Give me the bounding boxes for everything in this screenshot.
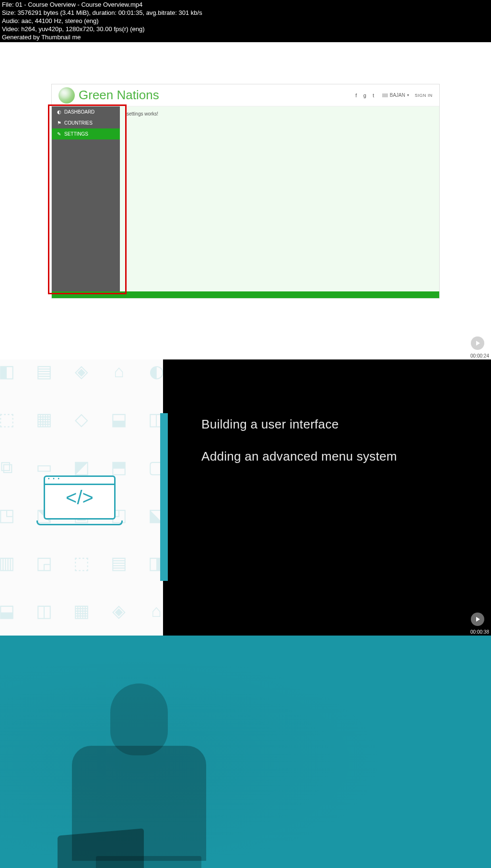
facebook-icon[interactable]: f bbox=[353, 93, 359, 98]
meta-size: Size: 3576291 bytes (3.41 MiB), duration… bbox=[2, 9, 489, 17]
user-name: BAJAN bbox=[390, 93, 405, 98]
footer-bar bbox=[52, 291, 439, 298]
meta-audio: Audio: aac, 44100 Hz, stereo (eng) bbox=[2, 17, 489, 25]
meta-generated: Generated by Thumbnail me bbox=[2, 34, 489, 42]
app-window: Green Nations f g t BAJAN ▾ SIGN IN bbox=[51, 84, 440, 299]
timestamp-1: 00:00:24 bbox=[470, 353, 489, 359]
flag-icon bbox=[382, 93, 388, 97]
notebook-silhouette bbox=[96, 856, 201, 868]
signin-link[interactable]: SIGN IN bbox=[415, 93, 433, 98]
sidebar: ◐ DASHBOARD ⚑ COUNTRIES ✎ SETTINGS bbox=[52, 106, 120, 298]
timestamp-2: 00:00:38 bbox=[470, 629, 489, 635]
laptop-code-icon: </> bbox=[36, 475, 123, 533]
chevron-down-icon: ▾ bbox=[407, 93, 409, 97]
sidebar-item-settings[interactable]: ✎ SETTINGS bbox=[52, 128, 120, 139]
play-icon[interactable] bbox=[471, 336, 484, 350]
sidebar-item-label: DASHBOARD bbox=[64, 109, 94, 115]
header-right: f g t BAJAN ▾ SIGN IN bbox=[353, 93, 433, 98]
app-header: Green Nations f g t BAJAN ▾ SIGN IN bbox=[52, 84, 439, 106]
content-area: settings works! bbox=[120, 106, 439, 298]
video-metadata-header: File: 01 - Course Overview - Course Over… bbox=[0, 0, 491, 42]
app-title: Green Nations bbox=[79, 88, 159, 103]
thumbnail-2: ◧▤◈⌂◐ ⬚▦◇⬓◫ ⧉▭◩⬒▢ ◳⬔▣◰⬕ ▥◲⬚▤◨ ⬓◫▦◈⌂ </> … bbox=[0, 359, 491, 636]
twitter-icon[interactable]: t bbox=[371, 93, 376, 98]
thumbnail-3: 00:00:58 bbox=[0, 636, 491, 868]
user-dropdown[interactable]: BAJAN ▾ bbox=[380, 93, 411, 98]
sidebar-item-label: SETTINGS bbox=[64, 131, 88, 137]
sidebar-item-label: COUNTRIES bbox=[64, 120, 93, 126]
globe-icon bbox=[58, 87, 75, 104]
accent-bar bbox=[160, 413, 168, 581]
slide-line-2: Adding an advanced menu system bbox=[201, 449, 472, 464]
pattern-panel: ◧▤◈⌂◐ ⬚▦◇⬓◫ ⧉▭◩⬒▢ ◳⬔▣◰⬕ ▥◲⬚▤◨ ⬓◫▦◈⌂ </> bbox=[0, 359, 163, 636]
meta-video: Video: h264, yuv420p, 1280x720, 30.00 fp… bbox=[2, 25, 489, 34]
social-icons: f g t bbox=[353, 93, 376, 98]
sidebar-item-countries[interactable]: ⚑ COUNTRIES bbox=[52, 117, 120, 128]
google-plus-icon[interactable]: g bbox=[362, 93, 368, 98]
code-brackets-icon: </> bbox=[45, 477, 114, 518]
meta-file: File: 01 - Course Overview - Course Over… bbox=[2, 1, 489, 9]
app-logo-area: Green Nations bbox=[58, 87, 159, 104]
wrench-icon: ✎ bbox=[57, 131, 61, 137]
content-text: settings works! bbox=[127, 111, 158, 116]
sidebar-item-dashboard[interactable]: ◐ DASHBOARD bbox=[52, 106, 120, 117]
slide-panel: Building a user interface Adding an adva… bbox=[163, 359, 491, 636]
person-silhouette bbox=[38, 683, 240, 868]
app-body: ◐ DASHBOARD ⚑ COUNTRIES ✎ SETTINGS setti… bbox=[52, 106, 439, 298]
slide-line-1: Building a user interface bbox=[201, 417, 472, 432]
thumbnail-1: Green Nations f g t BAJAN ▾ SIGN IN bbox=[0, 42, 491, 359]
flag-icon: ⚑ bbox=[57, 120, 61, 126]
gauge-icon: ◐ bbox=[57, 109, 61, 115]
